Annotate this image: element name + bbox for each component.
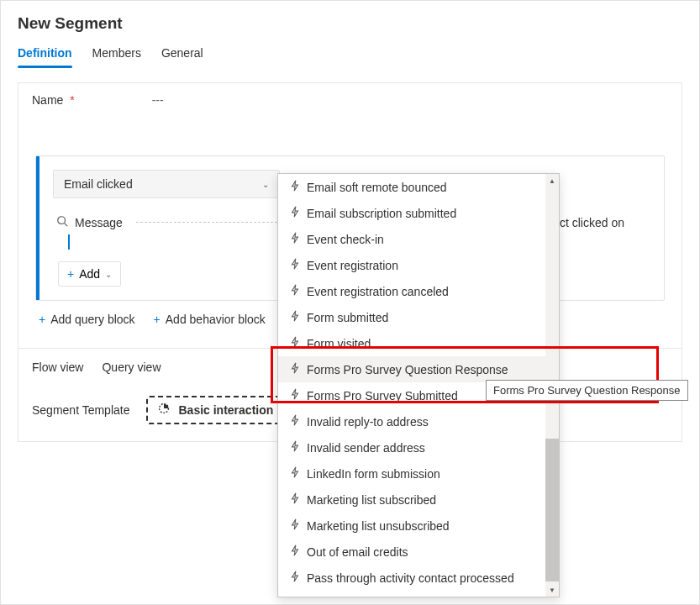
dropdown-item[interactable]: Invalid reply-to address <box>278 408 559 434</box>
dropdown-item[interactable]: Event check-in <box>278 226 559 252</box>
add-behavior-block-label: Add behavior block <box>166 313 266 326</box>
tab-general[interactable]: General <box>161 41 203 68</box>
required-indicator: * <box>70 93 74 107</box>
chevron-down-icon: ⌄ <box>262 180 269 189</box>
search-icon <box>56 215 68 229</box>
template-icon <box>156 401 171 419</box>
chevron-down-icon: ⌄ <box>105 270 112 279</box>
dropdown-item-label: Marketing list subscribed <box>307 493 436 507</box>
dropdown-item[interactable]: Out of email credits <box>278 539 559 565</box>
lightning-icon <box>290 544 300 559</box>
dropdown-item-label: Form visited <box>307 337 371 350</box>
lightning-icon <box>290 388 300 402</box>
name-field-row: Name * --- <box>18 83 682 117</box>
connector-bar <box>68 234 70 250</box>
dropdown-item-label: Marketing list unsubscribed <box>307 519 450 533</box>
lightning-icon <box>290 571 300 585</box>
plus-icon: + <box>154 313 161 326</box>
dropdown-item-label: Event check-in <box>307 233 384 246</box>
dropdown-item-label: Forms Pro Survey Submitted <box>307 389 458 402</box>
add-condition-button[interactable]: + Add ⌄ <box>58 261 121 287</box>
lightning-icon <box>290 492 300 507</box>
dropdown-scrollbar-thumb[interactable] <box>545 439 559 581</box>
name-label: Name <box>32 93 63 107</box>
lightning-icon <box>290 440 300 455</box>
dropdown-item[interactable]: Form submitted <box>278 304 559 330</box>
dropdown-item-label: Out of email credits <box>307 545 408 559</box>
add-query-block-label: Add query block <box>50 313 134 326</box>
lightning-icon <box>290 518 300 533</box>
dropdown-item-label: Event registration <box>307 259 398 272</box>
lightning-icon <box>290 284 300 298</box>
lightning-icon <box>290 310 300 324</box>
scroll-down-arrow-icon[interactable]: ▼ <box>545 583 559 597</box>
add-button-label: Add <box>79 267 100 281</box>
dropdown-item-label: Email subscription submitted <box>307 207 456 220</box>
dropdown-item-label: LinkedIn form submission <box>307 467 440 481</box>
segment-template-pill[interactable]: Basic interaction <box>146 396 283 424</box>
dropdown-item-label: Invalid sender address <box>307 441 425 455</box>
lightning-icon <box>290 362 300 376</box>
dropdown-item[interactable]: Redirect link clicked <box>278 591 559 597</box>
lightning-icon <box>290 206 300 220</box>
dropdown-item[interactable]: Invalid sender address <box>278 434 559 460</box>
dropdown-item[interactable]: Event registration canceled <box>278 278 559 304</box>
dropdown-item-label: Event registration canceled <box>307 285 449 298</box>
dropdown-item-tooltip: Forms Pro Survey Question Response <box>486 380 688 401</box>
tabs: Definition Members General <box>1 41 699 69</box>
dropdown-item-label: Forms Pro Survey Question Response <box>307 363 508 376</box>
name-field-value[interactable]: --- <box>152 93 164 107</box>
dropdown-item[interactable]: Marketing list subscribed <box>278 487 559 513</box>
segment-template-label: Segment Template <box>32 403 129 417</box>
lightning-icon <box>290 466 300 481</box>
add-behavior-block-button[interactable]: + Add behavior block <box>154 313 266 326</box>
dropdown-item[interactable]: Email subscription submitted <box>278 200 559 226</box>
dropdown-item-label: Form submitted <box>307 311 388 324</box>
dropdown-item[interactable]: Form visited <box>278 330 559 356</box>
tab-definition[interactable]: Definition <box>18 41 72 68</box>
event-selected-label: Email clicked <box>64 177 133 191</box>
dropdown-item-label: Invalid reply-to address <box>307 415 429 429</box>
dropdown-item-label: Email soft remote bounced <box>307 181 447 194</box>
query-block-accent <box>36 156 39 300</box>
lightning-icon <box>290 232 300 246</box>
dropdown-item[interactable]: Event registration <box>278 252 559 278</box>
lightning-icon <box>290 258 300 272</box>
plus-icon: + <box>67 267 74 281</box>
dropdown-item[interactable]: LinkedIn form submission <box>278 460 559 487</box>
lightning-icon <box>290 180 300 194</box>
dropdown-item-label: Pass through activity contact processed <box>307 571 514 585</box>
dropdown-item[interactable]: Pass through activity contact processed <box>278 565 559 591</box>
plus-icon: + <box>39 313 45 326</box>
dropdown-item[interactable]: Email soft remote bounced <box>278 174 559 200</box>
template-name-label: Basic interaction <box>178 403 273 417</box>
event-selector[interactable]: Email clicked ⌄ <box>53 170 280 198</box>
scroll-up-arrow-icon[interactable]: ▲ <box>545 174 559 187</box>
add-query-block-button[interactable]: + Add query block <box>39 313 135 326</box>
flow-view-link[interactable]: Flow view <box>32 360 83 374</box>
dropdown-item[interactable]: Forms Pro Survey Question Response <box>278 356 559 382</box>
lightning-icon <box>290 336 300 350</box>
lightning-icon <box>290 414 300 429</box>
message-label[interactable]: Message <box>75 216 123 229</box>
tab-members[interactable]: Members <box>92 41 141 68</box>
dropdown-item[interactable]: Marketing list unsubscribed <box>278 513 559 539</box>
svg-line-1 <box>65 224 68 227</box>
svg-point-0 <box>58 217 66 224</box>
query-view-link[interactable]: Query view <box>102 360 161 374</box>
page-title: New Segment <box>1 1 699 41</box>
